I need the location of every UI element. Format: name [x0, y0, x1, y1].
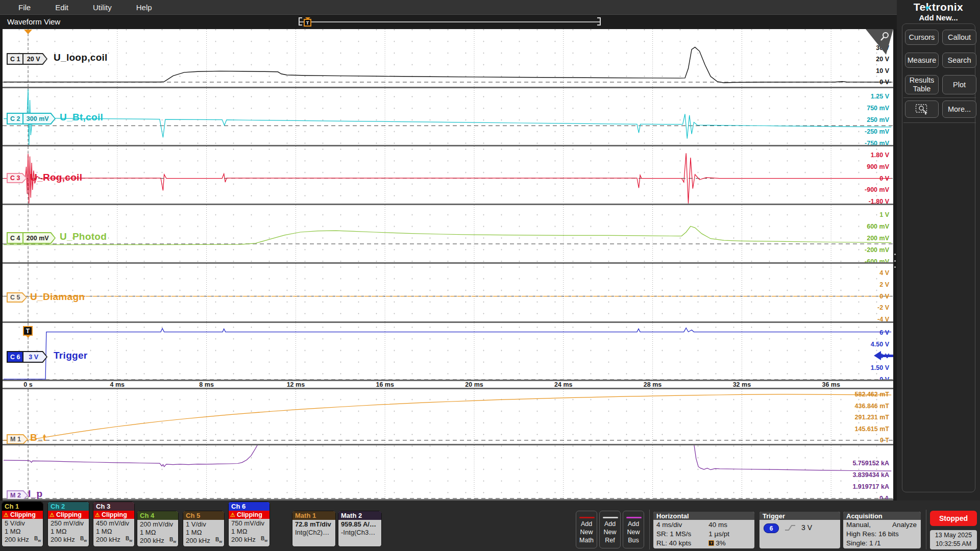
bandwidth-limit-icon: Bw	[126, 536, 132, 543]
channel-badge-c-1[interactable]: C 120 V	[7, 53, 47, 65]
waveform-trace-ch3	[4, 153, 891, 204]
acquisition-row-left: Manual,	[846, 521, 892, 529]
channel-config-badge-ch-1[interactable]: Ch 1⚠Clipping5 V/div1 MΩ200 kHzBw	[2, 502, 43, 547]
channel-config-badge-ch-4[interactable]: Ch 4200 mV/div1 MΩ200 kHzBw	[137, 511, 179, 547]
channel-config-badge-ch-3[interactable]: Ch 3⚠Clipping450 mV/div1 MΩ200 kHzBw	[93, 502, 135, 547]
axis-label-ch4: 1 V	[879, 211, 889, 218]
horizontal-panel[interactable]: Horizontal 4 ms/div40 msSR: 1 MS/s1 µs/p…	[653, 512, 754, 548]
channel-badge-value: 1 MΩ	[186, 529, 202, 536]
warning-icon: ⚠	[4, 512, 9, 518]
trigger-source-marker-icon[interactable]: T	[23, 326, 33, 336]
add-new-math-button[interactable]: AddNewMath	[576, 511, 597, 548]
channel-config-badge-ch-6[interactable]: Ch 6⚠Clipping750 mV/div1 MΩ200 kHzBw	[228, 502, 270, 547]
axis-label-m1: 291.231 mT	[855, 414, 889, 421]
waveform-trace-ch4	[4, 227, 891, 245]
trigger-level-arrow-icon[interactable]	[881, 355, 893, 357]
tektronix-logo: Tektronix	[897, 1, 980, 13]
channel-label-m2[interactable]: I_p	[28, 488, 42, 499]
channel-badge-value: 200 kHz	[51, 536, 75, 543]
sidebar-button-measure[interactable]: Measure	[905, 53, 939, 68]
channel-badge-c-2[interactable]: C 2300 mV	[7, 113, 56, 124]
axis-label-ch2: 1.25 V	[871, 93, 889, 100]
trace-canvas-ch6	[3, 323, 893, 381]
time-axis: 0 s4 ms8 ms12 ms16 ms20 ms24 ms28 ms32 m…	[3, 381, 893, 389]
horizontal-row-left: 4 ms/div	[656, 521, 708, 529]
channel-badge-name: M 2	[8, 491, 23, 499]
zoom-overview-bar[interactable]: T	[299, 15, 601, 30]
trace-canvas-ch3	[3, 146, 893, 205]
trigger-level-arrow-icon[interactable]	[874, 351, 881, 360]
sidebar-button-more[interactable]: More...	[942, 101, 976, 118]
add-new-ref-button[interactable]: AddNewRef	[599, 511, 621, 548]
math-config-badge-math-2[interactable]: Math 2959.85 A/…-Intg(Ch3…	[338, 511, 382, 547]
channel-label-m1[interactable]: B_t	[30, 432, 46, 443]
sidebar-button-results-table[interactable]: ResultsTable	[905, 75, 939, 94]
channel-label-ch2[interactable]: U_Bt,coil	[60, 112, 103, 123]
axis-label-ch1: 0 V	[879, 79, 889, 86]
waveform-trace-ch1	[4, 47, 891, 83]
bandwidth-limit-icon: Bw	[261, 536, 267, 543]
axis-label-ch3: -1.80 V	[869, 198, 889, 205]
overview-left-bracket-icon[interactable]	[299, 17, 302, 26]
axis-label-ch3: 0 V	[879, 175, 889, 182]
zoom-select-icon	[915, 104, 928, 115]
time-tick-label: 8 ms	[199, 381, 214, 388]
trigger-position-marker-icon[interactable]	[24, 30, 32, 34]
waveform-trace-ch6	[4, 328, 891, 379]
channel-label-ch1[interactable]: U_loop,coil	[54, 52, 108, 63]
channel-badge-scale: 200 mV	[22, 233, 55, 243]
add-button-label: Add	[579, 520, 594, 528]
channel-config-badge-ch-2[interactable]: Ch 2⚠Clipping250 mV/div1 MΩ200 kHzBw	[47, 502, 89, 547]
trigger-panel[interactable]: Trigger 6 3 V	[760, 512, 840, 548]
channel-label-ch5[interactable]: U_Diamagn	[30, 291, 85, 303]
horizontal-row: SR: 1 MS/s1 µs/pt	[653, 529, 754, 538]
clipping-label: Clipping	[102, 511, 127, 518]
channel-label-ch6[interactable]: Trigger	[54, 350, 88, 361]
time-tick-label: 20 ms	[465, 381, 483, 388]
acquisition-panel[interactable]: Acquisition Manual,AnalyzeHigh Res: 16 b…	[843, 512, 921, 548]
sidebar-button-plot[interactable]: Plot	[942, 75, 976, 94]
add-button-accent	[603, 517, 618, 518]
trace-canvas-m1	[3, 389, 893, 445]
channel-badge-c-4[interactable]: C 4200 mV	[7, 232, 56, 244]
sidebar-button-zoom-select[interactable]	[905, 101, 939, 118]
warning-icon: ⚠	[230, 512, 235, 518]
channel-badge-scale: 3 V	[22, 352, 46, 362]
channel-badge-value: 200 kHz	[96, 536, 120, 543]
bottom-divider	[649, 510, 650, 549]
channel-badge-row: 200 kHzBw	[183, 536, 224, 544]
channel-label-ch4[interactable]: U_Photod	[60, 231, 107, 242]
channel-config-badge-ch-5[interactable]: Ch 51 V/div1 MΩ200 kHzBw	[183, 511, 225, 547]
trigger-panel-title: Trigger	[760, 512, 840, 520]
math-badge-row: 959.85 A/…	[338, 520, 381, 528]
math-badge-row: 72.8 mT/div	[292, 520, 335, 528]
channel-badge-row: 200 kHzBw	[137, 536, 178, 544]
channel-badge-header: Ch 6	[229, 502, 270, 511]
math-badge-header: Math 2	[338, 511, 381, 520]
sidebar-button-callout[interactable]: Callout	[942, 30, 976, 45]
add-new-bus-button[interactable]: AddNewBus	[623, 511, 644, 548]
channel-badge-name: C 6	[8, 352, 22, 362]
menu-item-edit[interactable]: Edit	[43, 3, 81, 12]
trace-canvas-ch1	[3, 29, 893, 88]
horizontal-row-right: T3%	[708, 539, 750, 547]
sidebar-button-search[interactable]: Search	[942, 53, 976, 68]
menu-item-file[interactable]: File	[6, 3, 43, 12]
date-value: 13 May 2025	[935, 531, 972, 540]
sidebar-button-cursors[interactable]: Cursors	[905, 30, 939, 45]
math-config-badge-math-1[interactable]: Math 172.8 mT/divIntg(Ch2)…	[292, 511, 336, 547]
axis-label-ch3: 1.80 V	[871, 152, 889, 159]
overview-right-bracket-icon[interactable]	[597, 17, 601, 26]
divider-handle-icon[interactable]	[893, 254, 897, 268]
channel-badge-scale: 20 V	[22, 54, 46, 64]
menu-item-utility[interactable]: Utility	[81, 3, 124, 12]
sidebar-button-label: Callout	[948, 33, 971, 42]
menu-item-help[interactable]: Help	[124, 3, 164, 12]
horizontal-row-right-value: 1 µs/pt	[708, 530, 729, 538]
channel-badge-c-6[interactable]: C 63 V	[7, 351, 47, 363]
trigger-source-badge[interactable]: 6	[764, 523, 779, 533]
waveform-view-titlebar: Waveform View T	[0, 14, 897, 29]
channel-label-ch3[interactable]: U_Rog,coil	[30, 172, 82, 183]
channel-badge-value: 1 MΩ	[5, 528, 20, 535]
overview-trigger-marker-icon[interactable]: T	[304, 19, 311, 27]
